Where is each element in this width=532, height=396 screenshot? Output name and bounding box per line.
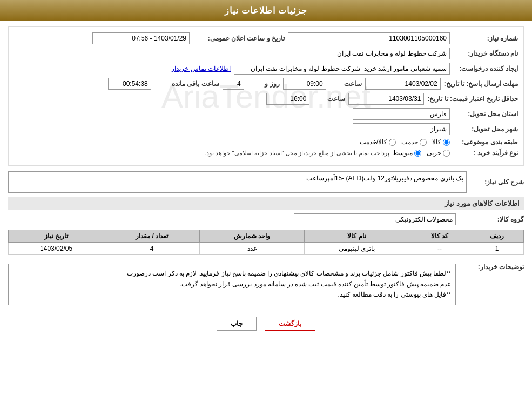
description-label: شرح کلی نیاز: <box>470 178 524 186</box>
need-number-input[interactable] <box>288 32 450 44</box>
province-input <box>353 108 450 120</box>
buyer-notes-line3: **فایل های پیوستی را به دقت مطالعه کنید. <box>13 290 451 300</box>
buyer-notes-label: توضیحات خریدار: <box>459 260 524 271</box>
buyer-notes-line1: **لطفا پیش فاکتور شامل جزئیات برند و مشخ… <box>13 269 451 279</box>
buyer-org-input <box>191 48 450 59</box>
table-row: 1 -- باتری لیتیومی عدد 4 1403/02/05 <box>9 243 524 255</box>
process-radio-motavaset[interactable] <box>414 150 421 157</box>
table-header-name: نام کالا <box>304 230 409 243</box>
table-cell-name: باتری لیتیومی <box>304 243 409 255</box>
category-radio-khedmat[interactable] <box>420 139 427 146</box>
remaining-label: ساعت باقی مانده <box>154 80 219 88</box>
table-cell-date: 1403/02/05 <box>9 243 104 255</box>
price-validity-label: حداقل تاریخ اعتبار قیمت: تا تاریخ: <box>427 95 518 103</box>
table-header-row: ردیف <box>470 230 524 243</box>
category-kala-label: کالا <box>432 138 441 146</box>
category-label: طبقه بندی موضوعی: <box>453 138 518 146</box>
process-jozii-label: جزیی <box>427 149 441 157</box>
process-radio-jozii[interactable] <box>443 150 450 157</box>
process-radio-group: جزیی متوسط <box>393 149 450 157</box>
page-title: جزئیات اطلاعات نیاز <box>0 0 532 21</box>
contact-link[interactable]: اطلاعات تماس خریدار <box>171 65 231 72</box>
need-number-label: شماره نیاز: <box>453 35 518 42</box>
city-input <box>353 123 450 135</box>
category-khedmat-label: خدمت <box>401 138 418 146</box>
goods-group-label: گروه کالا: <box>459 216 524 223</box>
creator-input <box>234 63 450 75</box>
deadline-label: مهلت ارسال پاسخ: تا تاریخ: <box>444 80 518 88</box>
table-header-unit: واحد شمارش <box>200 230 305 243</box>
goods-group-input <box>294 213 456 225</box>
deadline-time-input <box>283 78 326 90</box>
deadline-days-input <box>223 78 244 90</box>
deadline-days-label: روز و <box>247 80 280 88</box>
back-button[interactable]: بازگشت <box>265 317 315 331</box>
description-box: یک باتری مخصوص دفیبریلاتور12 ولت(AED) -1… <box>8 171 467 193</box>
buyer-org-label: نام دستگاه خریدار: <box>453 50 518 57</box>
process-note: پرداخت تمام یا بخشی از مبلغ خرید،از محل … <box>204 150 389 157</box>
deadline-date-input <box>365 78 441 90</box>
process-label: نوع فرآیند خرید : <box>453 149 518 157</box>
category-radio-kala-khedmat[interactable] <box>389 139 396 146</box>
category-radio-group: کالا خدمت کالا/خدمت <box>360 138 450 146</box>
table-cell-row: 1 <box>470 243 524 255</box>
button-bar: بازگشت چاپ <box>8 308 524 339</box>
remaining-time-input <box>108 78 151 90</box>
deadline-time-label: ساعت <box>329 80 362 88</box>
announcement-input <box>92 32 190 44</box>
table-header-date: تاریخ نیاز <box>9 230 104 243</box>
category-radio-kala[interactable] <box>443 139 450 146</box>
table-header-qty: تعداد / مقدار <box>104 230 200 243</box>
buyer-notes-box: **لطفا پیش فاکتور شامل جزئیات برند و مشخ… <box>8 264 456 305</box>
price-validity-time-label: ساعت <box>313 95 345 103</box>
goods-info-title: اطلاعات کالاهای مورد نیاز <box>8 197 524 210</box>
goods-table: ردیف کد کالا نام کالا واحد شمارش تعداد /… <box>8 230 524 255</box>
announcement-label: تاریخ و ساعت اعلان عمومی: <box>193 35 285 42</box>
creator-label: ایجاد کننده درخواست: <box>453 65 518 72</box>
print-button[interactable]: چاپ <box>217 317 257 331</box>
table-header-code: کد کالا <box>409 230 470 243</box>
price-validity-date-input <box>348 93 424 105</box>
table-cell-qty: 4 <box>104 243 200 255</box>
process-motavaset-label: متوسط <box>393 149 413 157</box>
category-kala-khedmat-label: کالا/خدمت <box>360 138 387 146</box>
price-validity-time-input <box>266 93 309 105</box>
city-label: شهر محل تحویل: <box>453 125 518 133</box>
table-cell-code: -- <box>409 243 470 255</box>
buyer-notes-line2: عدم ضمیمه پیش فاکتور توسط تأمین کننده قی… <box>13 279 451 290</box>
table-cell-unit: عدد <box>200 243 305 255</box>
province-label: استان محل تحویل: <box>453 110 518 118</box>
